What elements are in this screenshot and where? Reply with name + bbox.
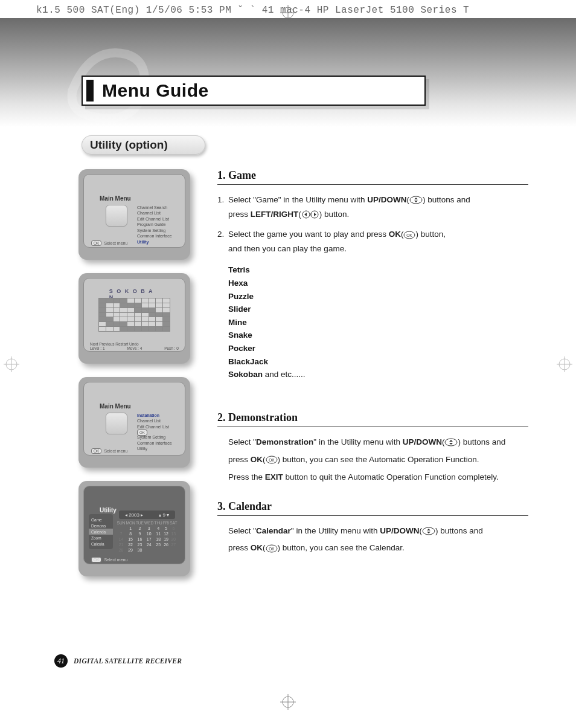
title-accent-bar xyxy=(86,80,94,101)
page-title: Menu Guide xyxy=(102,80,209,101)
calendar-cell: 3 xyxy=(144,526,153,531)
calendar-sidebar: Game Demons Calenda Zoom Calcula xyxy=(89,514,113,549)
up-down-button-icon xyxy=(422,527,435,535)
calendar-cell: 17 xyxy=(144,536,153,542)
step-number: 2. xyxy=(217,228,224,241)
bold-text: Calendar xyxy=(256,526,291,535)
list-item: Snake xyxy=(228,329,528,342)
sokoban-stats: Level : 1 Move : 4 Push : 0 xyxy=(90,346,179,350)
menu-item: System Setting xyxy=(137,228,178,233)
calendar-cell: 10 xyxy=(144,531,153,536)
list-item: Mine xyxy=(228,316,528,329)
screenshot-main-menu-2: Main Menu Installation Channel List Edit… xyxy=(78,377,190,468)
text: Select " xyxy=(228,526,256,535)
text: ) buttons and xyxy=(435,526,483,535)
sokoban-controls: Next Previous Restart Undo xyxy=(90,342,139,346)
calendar-header: ◂ 2003 ▸ ▴ 9 ▾ xyxy=(119,511,175,519)
bold-text: OK xyxy=(251,455,263,464)
calendar-cell: 1 xyxy=(126,526,135,531)
dow: THU xyxy=(154,520,162,526)
svg-point-9 xyxy=(445,439,457,446)
stat: Level : 1 xyxy=(90,346,105,350)
ok-button-icon: OK xyxy=(403,231,415,239)
calendar-cell: 20 xyxy=(170,536,178,542)
ok-badge: OK xyxy=(91,557,101,562)
svg-text:OK: OK xyxy=(269,458,275,462)
dow: SUN xyxy=(117,520,126,526)
calendar-cell: 29 xyxy=(126,547,135,553)
calendar-grid: SUN MON TUE WED THU FRI SAT 123456789101… xyxy=(117,520,178,548)
paragraph: Select "Calendar" in the Utility menu wi… xyxy=(217,524,528,538)
up-down-button-icon xyxy=(409,196,423,204)
ok-button-icon: OK xyxy=(266,456,278,464)
dow: SAT xyxy=(170,520,178,526)
ok-badge: OK xyxy=(91,448,101,454)
screenshot-menu-list: Installation Channel List Edit Channel L… xyxy=(137,413,178,452)
registration-mark-bottom-icon xyxy=(280,694,296,710)
menu-item: Program Guide xyxy=(137,222,178,227)
calendar-cell xyxy=(144,547,153,553)
sidebar-item: Calcula xyxy=(89,541,113,547)
svg-text:OK: OK xyxy=(269,546,275,550)
bold-text: Demonstration xyxy=(256,437,313,446)
text: Select "Game" in the Utility menu with xyxy=(228,195,367,204)
calendar-cell: 2 xyxy=(135,526,144,531)
calendar-cell: 27 xyxy=(170,542,178,547)
list-item: Puzzle xyxy=(228,290,528,303)
text: " in the Utility menu with xyxy=(291,526,380,535)
calendar-cell: 21 xyxy=(117,542,126,547)
left-right-button-icon: / xyxy=(301,210,319,219)
calendar-cell: 7 xyxy=(117,531,126,536)
menu-item: Channel Search xyxy=(137,205,178,210)
text: ) button. xyxy=(319,210,350,219)
calendar-cell xyxy=(117,526,126,531)
text: ) button, xyxy=(415,230,446,239)
step: 2. Select the game you want to play and … xyxy=(217,228,528,255)
calendar-cell: 6 xyxy=(170,526,178,531)
ok-button-icon: OK xyxy=(266,544,278,553)
step-number: 1. xyxy=(217,193,224,207)
ok-badge: OK xyxy=(91,240,101,246)
paragraph: press OK(OK) button, you can see the Cal… xyxy=(217,541,528,555)
registration-mark-left-icon xyxy=(4,356,19,372)
dow: FRI xyxy=(162,520,169,526)
menu-item: Edit Channel List xyxy=(137,424,178,430)
page-footer: 41 DIGITAL SATELLITE RECEIVER xyxy=(54,654,182,668)
calendar-cell: 15 xyxy=(126,536,135,542)
text: Press the xyxy=(228,472,265,482)
heading-rule xyxy=(217,184,528,185)
screenshot-main-menu: Main Menu Channel Search Channel List Ed… xyxy=(78,169,190,260)
menu-item: Edit Channel List xyxy=(137,216,178,222)
calendar-cell: 19 xyxy=(162,536,169,542)
calendar-cell: 12 xyxy=(162,531,169,536)
svg-text:OK: OK xyxy=(407,233,413,237)
screenshot-status: OKSelect menu xyxy=(91,557,127,562)
footer-text: DIGITAL SATELLITE RECEIVER xyxy=(74,657,182,665)
status-text: Select menu xyxy=(104,241,127,245)
text: ) button, you can see the Calendar. xyxy=(278,543,405,552)
calendar-cell: 24 xyxy=(144,542,153,547)
dow: TUE xyxy=(135,520,144,526)
bold-text: LEFT/RIGHT xyxy=(251,210,299,219)
status-text: Select menu xyxy=(104,449,127,453)
menu-item: Channel List xyxy=(137,418,178,424)
text: " in the Utility menu with xyxy=(313,437,402,446)
registration-mark-right-icon xyxy=(557,356,572,372)
text: button to quit the Automatic Operation F… xyxy=(283,472,499,482)
calendar-cell: 18 xyxy=(154,536,162,542)
sidebar-item: Zoom xyxy=(89,535,113,541)
paragraph: Press the EXIT button to quit the Automa… xyxy=(217,471,528,485)
list-item: Hexa xyxy=(228,277,528,290)
paragraph: press OK(OK) button, you can see the Aut… xyxy=(217,453,528,467)
heading-rule xyxy=(217,515,528,516)
bold-text: OK xyxy=(389,230,401,239)
section-pill: Utility (option) xyxy=(82,135,205,155)
screenshot-sokoban: S O K O B A N Next Previous Restart Un xyxy=(78,273,190,364)
page-number-badge: 41 xyxy=(54,654,68,668)
text: and then you can play the game. xyxy=(228,242,528,256)
text: press xyxy=(228,543,251,552)
calendar-cell: 25 xyxy=(154,542,162,547)
heading-game: 1. Game xyxy=(217,169,528,182)
text: Select " xyxy=(228,437,256,446)
calendar-cell: 28 xyxy=(117,547,126,553)
